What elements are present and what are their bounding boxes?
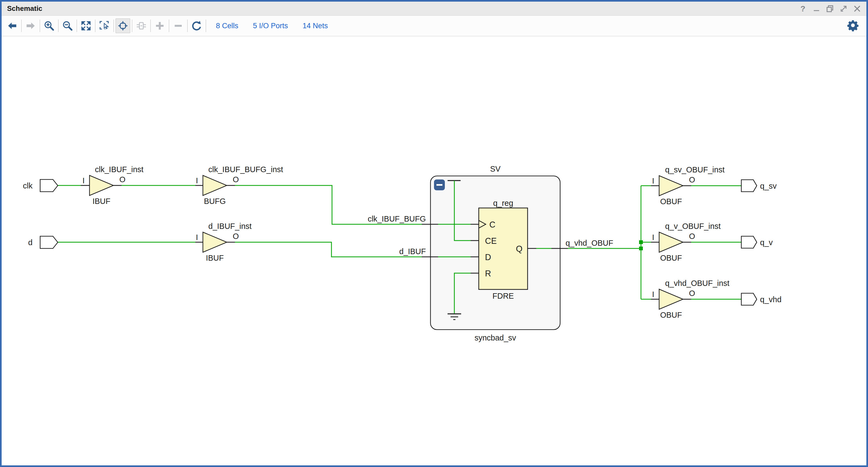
pin-i-label: I	[652, 233, 654, 242]
cell-inst-label: q_reg	[493, 199, 513, 207]
maximize-icon	[839, 4, 848, 13]
cell-type-label: OBUF	[660, 254, 682, 262]
toolbar-separator	[113, 20, 114, 32]
net-junction-dot	[639, 246, 643, 250]
zoom-selection-button[interactable]	[97, 19, 112, 33]
pin-o-label: O	[233, 175, 239, 184]
chip-icon	[135, 20, 147, 31]
window-title: Schematic	[7, 4, 42, 13]
forward-button[interactable]	[23, 19, 38, 33]
toolbar-separator	[132, 20, 132, 32]
pin-c-label: C	[489, 220, 495, 229]
zoom-selection-icon	[99, 20, 110, 31]
restore-button[interactable]	[825, 3, 835, 14]
zoom-fit-icon	[80, 20, 92, 31]
output-port-q-vhd[interactable]: q_vhd	[741, 293, 781, 305]
toolbar-separator	[95, 20, 95, 32]
port-label-d: d	[28, 238, 33, 247]
cell-inst-label: q_sv_OBUF_inst	[665, 165, 724, 174]
minus-icon	[173, 20, 184, 31]
minimize-button[interactable]	[811, 3, 822, 14]
port-label-clk: clk	[23, 181, 33, 190]
pin-i-label: I	[196, 233, 198, 242]
port-label-q-vhd: q_vhd	[760, 295, 781, 304]
add-cell-button[interactable]	[134, 19, 149, 33]
cell-type-label: IBUF	[93, 197, 111, 206]
forward-arrow-icon	[25, 20, 36, 31]
nets-count: 14 Nets	[303, 22, 328, 30]
toolbar-separator	[187, 20, 188, 32]
pin-q-label: Q	[516, 244, 522, 254]
pin-o-label: O	[233, 232, 239, 240]
toolbar-separator	[169, 20, 169, 32]
net-junction-dot	[639, 240, 643, 244]
maximize-button[interactable]	[838, 3, 849, 14]
net-label-clk-ibuf-bufg: clk_IBUF_BUFG	[368, 214, 426, 223]
regenerate-button[interactable]	[189, 19, 204, 33]
cell-type-label: IBUF	[206, 254, 224, 262]
help-button[interactable]: ?	[798, 3, 808, 14]
collapse-hier-button[interactable]	[434, 179, 445, 190]
window-controls: ?	[798, 2, 863, 16]
autofit-selection-button[interactable]	[116, 19, 130, 33]
cells-count: 8 Cells	[216, 22, 239, 30]
gear-icon	[847, 20, 860, 32]
cell-q-reg-fdre[interactable]: q_reg FDRE C CE D R Q	[479, 199, 528, 300]
collapse-button[interactable]	[171, 19, 186, 33]
crosshair-icon	[117, 20, 129, 31]
port-label-q-v: q_v	[760, 238, 773, 247]
input-port-d[interactable]: d	[28, 236, 58, 249]
settings-button[interactable]	[845, 16, 862, 36]
cell-inst-label: clk_IBUF_inst	[95, 165, 144, 174]
pin-i-label: I	[196, 176, 198, 185]
pin-ce-label: CE	[485, 236, 497, 246]
cell-type-label: OBUF	[660, 197, 682, 206]
help-icon: ?	[801, 4, 805, 13]
cell-inst-label: clk_IBUF_BUFG_inst	[208, 165, 283, 174]
pin-o-label: O	[689, 289, 695, 298]
zoom-out-icon	[62, 20, 73, 31]
toolbar-separator	[21, 20, 22, 32]
pin-i-label: I	[652, 290, 654, 299]
cell-inst-label: q_v_OBUF_inst	[665, 222, 721, 231]
back-button[interactable]	[5, 19, 20, 33]
schematic-canvas[interactable]: SV syncbad_sv	[2, 37, 866, 465]
back-arrow-icon	[7, 20, 18, 31]
close-button[interactable]	[852, 3, 863, 14]
toolbar-separator	[58, 20, 59, 32]
cell-type-label: FDRE	[493, 292, 514, 300]
zoom-fit-button[interactable]	[79, 19, 93, 33]
cell-type-label: OBUF	[660, 311, 682, 319]
pin-o-label: O	[689, 175, 695, 184]
cell-type-label: BUFG	[204, 197, 226, 206]
plus-icon	[154, 20, 165, 31]
toolbar-separator	[150, 20, 151, 32]
output-port-q-sv[interactable]: q_sv	[741, 180, 777, 192]
io-ports-count: 5 I/O Ports	[253, 22, 288, 30]
schematic-window: { "window": { "title": "Schematic" }, "t…	[0, 0, 868, 467]
pin-d-label: D	[485, 253, 491, 262]
minimize-icon	[812, 5, 820, 13]
refresh-icon	[191, 20, 203, 31]
expand-button[interactable]	[152, 19, 167, 33]
pin-i-label: I	[83, 176, 85, 185]
toolbar-separator	[40, 20, 40, 32]
zoom-out-button[interactable]	[60, 19, 75, 33]
pin-r-label: R	[485, 269, 491, 278]
restore-icon	[826, 4, 834, 13]
toolbar: 8 Cells 5 I/O Ports 14 Nets	[2, 16, 866, 36]
statistics: 8 Cells 5 I/O Ports 14 Nets	[216, 22, 328, 30]
input-port-clk[interactable]: clk	[23, 179, 58, 192]
pin-o-label: O	[119, 175, 126, 184]
cell-inst-label: q_vhd_OBUF_inst	[665, 279, 730, 288]
title-bar: Schematic ?	[2, 2, 866, 16]
zoom-in-button[interactable]	[42, 19, 56, 33]
hier-block-module-label: syncbad_sv	[474, 333, 516, 342]
hier-block-title: SV	[490, 165, 501, 173]
close-icon	[853, 4, 862, 13]
output-port-q-v[interactable]: q_v	[741, 236, 773, 248]
toolbar-separator	[206, 20, 206, 32]
pin-i-label: I	[652, 176, 654, 185]
net-d-ibuf[interactable]	[235, 242, 422, 257]
toolbar-separator	[76, 20, 77, 32]
